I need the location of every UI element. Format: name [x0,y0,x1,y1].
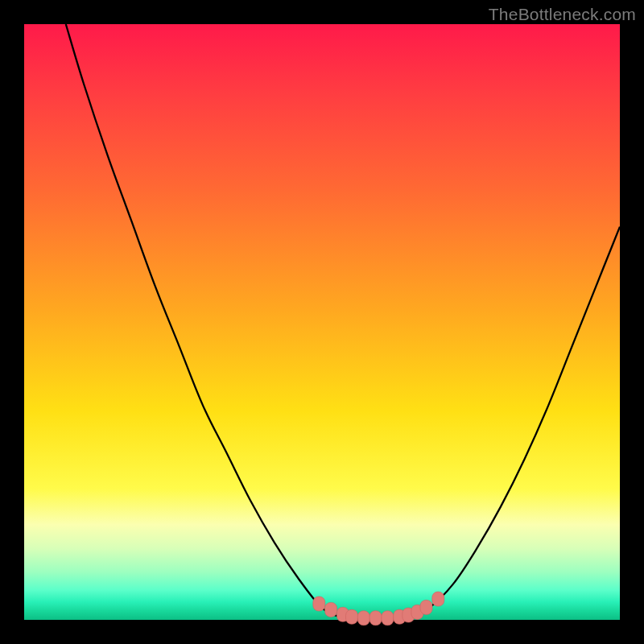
marker-point [357,611,369,625]
marker-point [369,611,382,625]
chart-curve-layer [24,24,620,620]
watermark-text: TheBottleneck.com [489,5,636,24]
chart-frame: TheBottleneck.com [0,0,644,644]
marker-point [420,600,432,614]
marker-point [346,609,358,624]
curve-right-branch [411,227,620,617]
chart-plot-area [24,24,620,620]
marker-point [382,611,394,625]
marker-point [313,597,325,611]
curve-left-branch [66,24,340,617]
marker-point [325,602,337,617]
marker-point [432,592,444,606]
highlighted-markers [313,592,444,625]
